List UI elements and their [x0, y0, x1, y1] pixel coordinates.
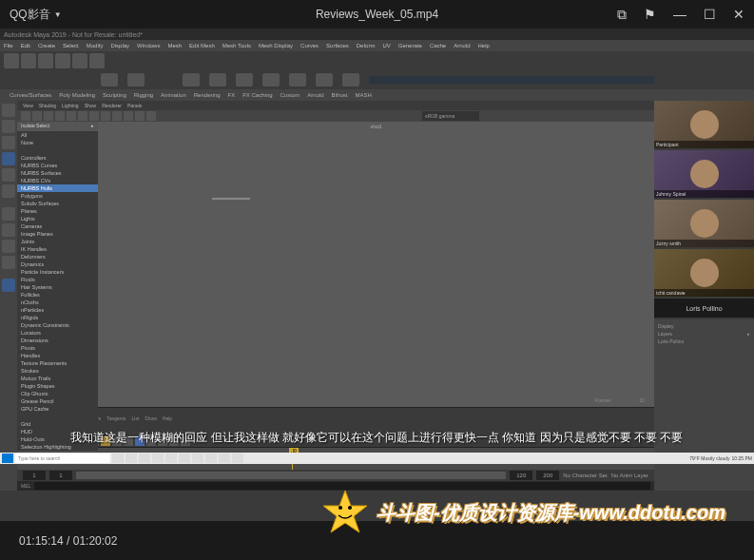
menu-item[interactable]: Deform	[357, 43, 376, 48]
maximize-button[interactable]: ☐	[704, 7, 716, 23]
menu-item[interactable]: Mesh Tools	[222, 43, 251, 48]
shelf-tab[interactable]: FX	[227, 92, 235, 98]
annotate-icon[interactable]	[289, 73, 306, 87]
dropdown-item[interactable]	[17, 413, 98, 420]
move-tool[interactable]	[2, 152, 15, 165]
dropdown-item[interactable]: Pivots	[17, 344, 98, 352]
shelf-tab[interactable]: Custom	[280, 92, 300, 98]
dropdown-item[interactable]: Strokes	[17, 367, 98, 375]
scale-tool[interactable]	[2, 184, 15, 198]
shelf-button[interactable]	[89, 53, 105, 68]
vp-tool[interactable]	[44, 111, 53, 121]
app-icon[interactable]	[192, 454, 203, 463]
dropdown-item[interactable]: Controllers	[17, 154, 98, 162]
menu-item[interactable]: Surfaces	[326, 43, 349, 48]
menu-item[interactable]: Mesh Display	[259, 43, 293, 48]
shelf-button[interactable]	[21, 53, 36, 68]
menu-item[interactable]: Cache	[430, 43, 446, 48]
participant-video[interactable]: Jozzy smith	[654, 200, 754, 247]
menu-item[interactable]: Create	[38, 43, 55, 48]
dropdown-item[interactable]: Particle Instancers	[17, 268, 98, 276]
dropdown-item[interactable]: Deformers	[17, 253, 98, 261]
vp-tab[interactable]: Shading	[39, 103, 56, 108]
ge-menu-item[interactable]: Show	[145, 415, 157, 421]
vp-tool[interactable]	[89, 111, 99, 121]
range-vis-start[interactable]: 1	[49, 471, 72, 480]
pause-icon[interactable]	[262, 73, 280, 87]
vp-tool[interactable]	[124, 111, 133, 121]
dropdown-item[interactable]: Lights	[17, 215, 98, 222]
mic-icon[interactable]	[101, 73, 118, 87]
menu-item[interactable]: File	[4, 43, 13, 48]
dropdown-item[interactable]: nCloths	[17, 299, 98, 306]
dropdown-item[interactable]: Clip Ghosts	[17, 390, 98, 397]
vp-tool[interactable]	[78, 111, 87, 121]
dropdown-item[interactable]: Subdiv Surfaces	[17, 200, 98, 207]
layout-tool[interactable]	[2, 240, 15, 253]
share-banner[interactable]	[369, 76, 654, 84]
ge-menu-item[interactable]: Tangents	[106, 415, 126, 421]
layout-tool[interactable]	[2, 207, 15, 221]
participant-video[interactable]: Participant	[654, 101, 754, 148]
vp-tool[interactable]	[55, 111, 65, 121]
menu-item[interactable]: Mesh	[167, 43, 182, 48]
participant-name-only[interactable]: Loris Pollino	[654, 299, 754, 318]
shelf-button[interactable]	[72, 53, 87, 68]
taskview-icon[interactable]	[112, 454, 124, 463]
shelf-tab[interactable]: Arnold	[307, 92, 323, 98]
dropdown-item[interactable]: IK Handles	[17, 245, 98, 253]
chat-icon[interactable]	[209, 73, 226, 87]
rotate-tool[interactable]	[2, 168, 15, 182]
layout-tool[interactable]	[2, 256, 15, 269]
menu-item[interactable]: Windows	[137, 43, 160, 48]
shelf-tab[interactable]: Sculpting	[103, 92, 126, 98]
app-icon[interactable]	[232, 454, 243, 463]
explorer-icon[interactable]	[139, 454, 150, 463]
vp-tab[interactable]: Renderer	[102, 103, 122, 108]
layout-tool[interactable]	[2, 223, 15, 237]
menu-item[interactable]: Edit Mesh	[189, 43, 215, 48]
vp-tab[interactable]: Panels	[127, 103, 142, 108]
menu-item[interactable]: Curves	[300, 43, 319, 48]
dropdown-item[interactable]: NURBS Hulls	[17, 184, 98, 192]
menu-item[interactable]: Generate	[398, 43, 422, 48]
share-icon[interactable]	[236, 73, 253, 87]
dropdown-item[interactable]: None	[17, 139, 98, 146]
dropdown-item[interactable]: Polygons	[17, 192, 98, 200]
pin-icon[interactable]: ⚑	[644, 7, 656, 23]
dropdown-item[interactable]: Planes	[17, 207, 98, 215]
edge-icon[interactable]	[126, 454, 137, 463]
dropdown-item[interactable]: Fluids	[17, 276, 98, 283]
menu-item[interactable]: Arnold	[454, 43, 470, 48]
close-button[interactable]: ✕	[733, 7, 744, 23]
vp-tool[interactable]	[21, 111, 30, 121]
vp-tool[interactable]	[112, 111, 122, 121]
dropdown-item[interactable]: Dimensions	[17, 337, 98, 344]
start-button[interactable]	[2, 454, 13, 463]
dropdown-item[interactable]: Image Planes	[17, 230, 98, 238]
ge-menu-item[interactable]: List	[132, 415, 140, 421]
dropdown-item[interactable]: nRigids	[17, 314, 98, 321]
shelf-button[interactable]	[4, 53, 19, 68]
vp-tool[interactable]	[146, 111, 156, 121]
app-icon[interactable]	[219, 454, 230, 463]
participant-video[interactable]: Johnny Spinel	[654, 150, 754, 198]
shelf-tab[interactable]: Poly Modeling	[59, 92, 95, 98]
app-icon[interactable]	[179, 454, 190, 463]
dropdown-item[interactable]: Texture Placements	[17, 359, 98, 367]
ge-menu-item[interactable]: Help	[163, 415, 172, 421]
range-start[interactable]: 1	[23, 471, 46, 480]
dropdown-item[interactable]: Dynamic Constraints	[17, 321, 98, 329]
shelf-button[interactable]	[38, 53, 53, 68]
vp-tab[interactable]: View	[23, 103, 33, 108]
participants-icon[interactable]	[183, 73, 200, 87]
range-vis-end[interactable]: 120	[510, 471, 532, 480]
dropdown-item[interactable]: All	[17, 131, 98, 139]
viewport-3d[interactable]: shot1 Frames 30	[98, 122, 654, 407]
dropdown-item[interactable]: NURBS Surfaces	[17, 169, 98, 177]
shelf-button[interactable]	[55, 53, 70, 68]
participant-video[interactable]: tchit candawe	[654, 249, 754, 297]
minimize-button[interactable]: —	[673, 7, 686, 23]
vp-tab[interactable]: Show	[85, 103, 97, 108]
vp-tool[interactable]	[135, 111, 145, 121]
